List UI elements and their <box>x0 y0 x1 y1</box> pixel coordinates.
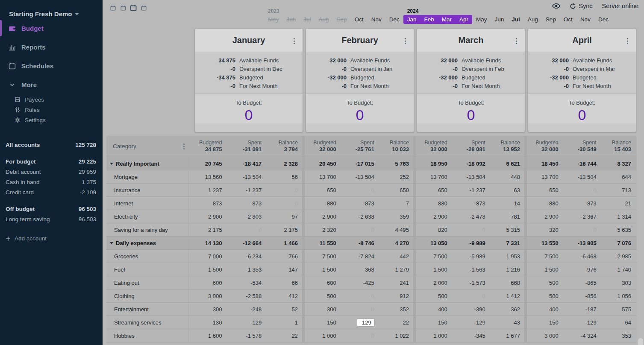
budgeted-cell[interactable]: 18 450 <box>527 157 563 170</box>
budgeted-cell[interactable]: 500 <box>305 289 341 302</box>
balance-cell[interactable]: 2 985 <box>601 250 635 263</box>
budgeted-cell[interactable]: 880 <box>527 197 563 210</box>
budgeted-cell[interactable]: 650 <box>416 184 452 196</box>
balance-cell[interactable]: 1 953 <box>490 250 524 263</box>
spent-cell[interactable]: -129 <box>341 316 379 329</box>
to-budget-value[interactable]: 0 <box>578 107 586 123</box>
scrollbar-thumb[interactable] <box>638 338 643 345</box>
spent-cell[interactable]: -856 <box>563 289 601 302</box>
balance-cell[interactable]: 147 <box>266 263 302 276</box>
month-nav-jun[interactable]: Jun <box>491 15 508 24</box>
balance-cell[interactable]: 43 <box>490 316 524 329</box>
budgeted-cell[interactable]: 20 450 <box>305 157 341 170</box>
budgeted-cell[interactable]: 873 <box>189 197 226 210</box>
spent-cell[interactable]: -17 015 <box>341 157 379 170</box>
balance-cell[interactable]: 1 412 <box>490 289 524 302</box>
spent-cell[interactable]: -187 <box>563 303 601 316</box>
calendar-months-button-2[interactable] <box>119 3 127 12</box>
category-name-cell[interactable]: Hobbies <box>106 329 189 342</box>
budgeted-cell[interactable]: 13 550 <box>527 237 563 249</box>
balance-cell[interactable]: 22 <box>266 329 302 342</box>
month-nav-oct[interactable]: Oct <box>560 15 576 24</box>
spent-cell[interactable]: -873 <box>452 197 490 210</box>
balance-cell[interactable]: 1 <box>266 316 302 329</box>
expand-triangle-icon[interactable] <box>110 163 113 165</box>
balance-cell[interactable]: 14 <box>490 197 524 210</box>
spent-cell[interactable]: -4 324 <box>563 329 601 342</box>
month-nav-jul[interactable]: Jul <box>508 15 524 24</box>
month-nav-jun[interactable]: Jun <box>283 15 300 24</box>
sidebar-item-more[interactable]: More <box>0 76 103 93</box>
budgeted-cell[interactable]: 2 900 <box>305 210 341 223</box>
month-nav-jan2024[interactable]: 2024Jan <box>403 15 421 24</box>
budgeted-cell[interactable]: 2 900 <box>416 210 452 223</box>
budget-file-switcher[interactable]: Starting Fresh Demo <box>0 0 103 18</box>
spent-cell[interactable]: -2 638 <box>341 210 379 223</box>
budgeted-cell[interactable]: 3 000 <box>527 329 563 342</box>
balance-cell[interactable]: 5 763 <box>379 157 413 170</box>
balance-cell[interactable]: 352 <box>379 303 413 316</box>
spent-cell[interactable]: -13 504 <box>226 170 266 183</box>
budgeted-cell[interactable]: 1 000 <box>305 329 341 342</box>
spent-cell[interactable]: 0 <box>563 184 601 196</box>
budgeted-cell[interactable]: 150 <box>305 316 341 329</box>
budgeted-cell[interactable]: 1 500 <box>305 263 341 276</box>
spent-column-header[interactable]: Spent-28 081 <box>452 136 490 157</box>
month-nav-dec[interactable]: Dec <box>594 15 612 24</box>
balance-cell[interactable]: 7 <box>379 197 413 210</box>
month-nav-oct[interactable]: Oct <box>351 15 368 24</box>
month-nav-feb[interactable]: Feb <box>420 15 438 24</box>
month-nav-sep[interactable]: Sep <box>333 15 351 24</box>
spent-cell[interactable]: -13 504 <box>563 170 601 183</box>
balance-cell[interactable]: 713 <box>601 184 635 196</box>
sidebar-item-budget[interactable]: Budget <box>0 20 103 36</box>
category-name-cell[interactable]: Saving for a rainy day <box>106 223 189 236</box>
spent-cell[interactable]: -18 417 <box>226 157 266 170</box>
balance-cell[interactable]: 4 270 <box>379 237 413 249</box>
month-menu-kebab-icon[interactable] <box>515 37 518 45</box>
sync-button[interactable]: Sync <box>570 3 592 9</box>
privacy-toggle-button[interactable] <box>552 3 560 9</box>
category-name-cell[interactable]: Clothing <box>106 289 189 302</box>
balance-column-header[interactable]: Balance13 952 <box>490 136 524 157</box>
calendar-months-button-4[interactable] <box>139 3 148 12</box>
balance-cell[interactable]: 97 <box>266 210 302 223</box>
spent-cell[interactable]: -425 <box>341 276 379 289</box>
spent-cell[interactable]: -16 744 <box>563 157 601 170</box>
category-name-cell[interactable]: Really Important <box>106 157 189 170</box>
balance-column-header[interactable]: Balance10 033 <box>379 136 413 157</box>
spent-cell[interactable]: -1 563 <box>452 263 490 276</box>
balance-cell[interactable]: 766 <box>266 250 302 263</box>
budgeted-cell[interactable]: 14 130 <box>189 237 226 249</box>
account-row-cash[interactable]: Cash in hand 1 375 <box>6 177 96 187</box>
balance-column-header[interactable]: Balance15 403 <box>601 136 635 157</box>
category-name-cell[interactable]: Internet <box>106 197 189 210</box>
month-nav-nov[interactable]: Nov <box>576 15 594 24</box>
budgeted-cell[interactable]: 300 <box>189 303 226 316</box>
budgeted-column-header[interactable]: Budgeted34 875 <box>189 136 226 157</box>
balance-cell[interactable]: 1 022 <box>379 329 413 342</box>
budgeted-cell[interactable]: 400 <box>416 303 452 316</box>
for-budget-row[interactable]: For budget 29 225 <box>6 156 96 167</box>
account-row-credit-card[interactable]: Credit card -2 109 <box>6 187 96 197</box>
spent-cell[interactable]: -1 353 <box>226 263 266 276</box>
balance-cell[interactable]: 575 <box>601 303 635 316</box>
balance-cell[interactable]: 21 <box>601 197 635 210</box>
budgeted-cell[interactable]: 1 500 <box>416 263 452 276</box>
balance-cell[interactable]: 1 740 <box>601 263 635 276</box>
budgeted-cell[interactable]: 1 237 <box>189 184 226 196</box>
month-nav-may2023[interactable]: 2023May <box>264 15 283 24</box>
spent-column-header[interactable]: Spent-30 549 <box>563 136 601 157</box>
spent-cell[interactable]: 0 <box>226 223 266 236</box>
balance-cell[interactable]: 362 <box>490 303 524 316</box>
balance-cell[interactable]: 912 <box>379 289 413 302</box>
budgeted-cell[interactable]: 1 600 <box>189 329 226 342</box>
spent-cell[interactable]: -1 237 <box>452 184 490 196</box>
balance-cell[interactable]: 0 <box>266 184 302 196</box>
spent-cell[interactable]: 0 <box>341 223 379 236</box>
spent-cell[interactable]: -873 <box>563 197 601 210</box>
month-nav-mar[interactable]: Mar <box>438 15 456 24</box>
budgeted-cell[interactable]: 20 745 <box>189 157 226 170</box>
balance-cell[interactable]: 5 635 <box>601 223 635 236</box>
balance-cell[interactable]: 64 <box>601 316 635 329</box>
